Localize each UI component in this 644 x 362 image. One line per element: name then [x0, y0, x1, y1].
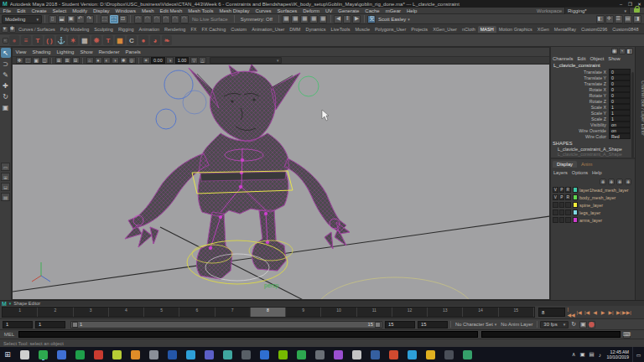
layer-editor-tab[interactable]: Display — [553, 161, 577, 168]
sidebar-toggle-icon[interactable]: ☰ — [615, 15, 623, 23]
head-control-curve[interactable] — [164, 70, 193, 99]
shelf-tab[interactable]: Curves / Surfaces — [16, 26, 58, 33]
attribute-value-field[interactable]: 0 — [609, 80, 631, 85]
new-layer-icon[interactable]: ✚ — [616, 178, 623, 185]
menu-item[interactable]: Help — [403, 8, 419, 13]
layer-playback-toggle[interactable] — [559, 217, 565, 223]
layer-reference-toggle[interactable]: R — [565, 187, 571, 193]
current-frame-field[interactable]: 8 — [538, 308, 565, 317]
menu-item[interactable]: Deform — [300, 8, 323, 13]
notification-center-icon[interactable]: ▭ — [632, 347, 644, 362]
menu-item[interactable]: Create — [29, 8, 49, 13]
file-op-icon[interactable]: ▣ — [67, 15, 75, 23]
taskbar-app-icon[interactable] — [352, 350, 361, 359]
timeline-frame[interactable]: 14 — [463, 308, 498, 317]
script-editor-icon[interactable]: ⌨ — [623, 331, 631, 339]
channelbox-mode-icon[interactable]: ◧ — [626, 48, 633, 54]
attribute-label[interactable]: Translate Z — [551, 81, 609, 86]
timeline-frame[interactable]: 11 — [357, 308, 392, 317]
snap-magnet-icon[interactable]: ◠ — [162, 15, 170, 23]
shelf-tab[interactable]: Custom0296 — [579, 26, 610, 33]
taskbar-app-icon[interactable] — [131, 350, 140, 359]
taskbar-app-icon[interactable] — [389, 350, 398, 359]
shelf-tool-icon[interactable]: ✶ — [68, 35, 78, 45]
shelf-tab[interactable]: DMM — [287, 26, 303, 33]
shape-node-name-secondary[interactable]: L_clavicle_constraint_A_Shape — [551, 152, 635, 157]
shelf-tool-icon[interactable]: ≡ — [21, 35, 31, 45]
layer-visibility-toggle[interactable] — [553, 217, 558, 223]
shelf-tab[interactable]: Motion Graphics — [496, 26, 535, 33]
layer-visibility-toggle[interactable]: V — [553, 187, 558, 193]
taskbar-app-icon[interactable] — [186, 350, 195, 359]
playback-button[interactable]: ▶▶| — [623, 308, 631, 317]
layer-reference-toggle[interactable]: R — [565, 194, 571, 200]
attribute-value-field[interactable]: on — [609, 127, 631, 132]
tool-icon[interactable]: ✎ — [1, 70, 11, 80]
clavicle-control-curve[interactable] — [299, 76, 319, 96]
playblast-icon[interactable]: ▶ — [352, 15, 361, 23]
attribute-label[interactable]: Visibility — [551, 122, 609, 127]
timeline-track[interactable]: 123456789101112131415 — [2, 307, 535, 318]
attribute-label[interactable]: Scale Y — [551, 111, 609, 116]
attribute-label[interactable]: Translate Y — [551, 75, 609, 80]
layer-editor-menu-item[interactable]: Options — [572, 170, 588, 175]
shelf-tab[interactable]: Sculpting — [91, 26, 116, 33]
viewport-canvas[interactable]: persp — [13, 65, 549, 299]
taskbar-app-icon[interactable] — [223, 350, 232, 359]
viewport-layout-icon[interactable]: ⊞ — [55, 57, 63, 64]
start-button[interactable]: ⊞ — [0, 347, 15, 362]
layer-row[interactable]: V P R layer1head_mesh_layer — [551, 186, 635, 194]
taskbar-app-icon[interactable] — [315, 350, 325, 359]
menu-item[interactable]: Curves — [252, 8, 274, 13]
taskbar-app-icon[interactable] — [297, 350, 306, 359]
taskbar-app-icon[interactable] — [408, 350, 417, 359]
menu-item[interactable]: Surfaces — [274, 8, 300, 13]
layer-visibility-toggle[interactable] — [553, 209, 558, 215]
viewport-layout-icon[interactable]: ⊠ — [64, 57, 71, 64]
viewport-tool-icon[interactable]: ✥ — [16, 57, 23, 64]
render-icon[interactable]: ▦ — [291, 15, 299, 23]
attribute-value-field[interactable]: 1 — [609, 110, 631, 115]
layer-editor-menu-item[interactable]: Layers — [553, 170, 568, 175]
file-op-icon[interactable]: ▯ — [49, 15, 57, 23]
viewport-shading-icon[interactable]: ◐ — [103, 57, 111, 64]
attribute-value-field[interactable]: Red — [609, 133, 631, 138]
shelf-tab[interactable]: MASH — [478, 26, 496, 33]
attribute-label[interactable]: Rotate Y — [551, 93, 609, 98]
playback-button[interactable]: |◀ — [584, 308, 591, 317]
layout-button[interactable]: ▭ — [1, 163, 10, 171]
shelf-tab[interactable]: Custom0848 — [610, 26, 641, 33]
playblast-icon[interactable]: ‖ — [343, 15, 351, 23]
layer-color-swatch[interactable] — [573, 202, 579, 208]
menu-item[interactable]: File — [0, 8, 14, 13]
taskbar-app-icon[interactable] — [94, 350, 103, 359]
layer-playback-toggle[interactable]: P — [559, 194, 565, 200]
shelf-tab[interactable]: FX Caching — [199, 26, 228, 33]
menu-item[interactable]: Edit — [14, 8, 29, 13]
playback-end-field[interactable]: 15 — [385, 321, 415, 328]
viewport-tool-icon[interactable]: ▣ — [33, 57, 40, 64]
playback-button[interactable]: |◀◀ — [568, 308, 575, 317]
taskbar-clock[interactable]: 12:45 AM 10/10/2019 — [606, 349, 629, 359]
playblast-icon[interactable]: ◀ — [334, 15, 342, 23]
timeline-frame[interactable]: 12 — [392, 308, 428, 317]
exposure-icon[interactable]: ✦ — [143, 57, 150, 64]
taskbar-app-icon[interactable] — [334, 350, 343, 359]
layout-button[interactable]: ⊞ — [1, 173, 10, 181]
shelf-tool-icon[interactable]: ❋ — [91, 35, 101, 45]
command-line-input[interactable] — [18, 331, 478, 338]
taskbar-app-icon[interactable] — [278, 350, 288, 359]
shelf-tab[interactable]: MentalRay — [552, 26, 579, 33]
menu-item[interactable]: Mesh Tools — [185, 8, 216, 13]
layer-row[interactable]: legs_layer — [551, 209, 635, 216]
channelbox-menu-item[interactable]: Show — [608, 56, 621, 61]
attribute-label[interactable]: Rotate Z — [551, 99, 609, 104]
shelf-tab[interactable]: XGen — [535, 26, 552, 33]
animation-end-field[interactable]: 15 — [418, 321, 448, 328]
selection-mask-icon[interactable]: ⊡ — [119, 15, 127, 23]
viewport-menu-item[interactable]: Show — [77, 49, 96, 54]
snap-magnet-icon[interactable]: ◠ — [143, 15, 152, 23]
timeline-frame[interactable]: 7 — [216, 308, 251, 317]
layer-reference-toggle[interactable] — [565, 202, 571, 208]
shape-editor-bar[interactable]: M ▾ Shape Editor — [0, 300, 644, 306]
